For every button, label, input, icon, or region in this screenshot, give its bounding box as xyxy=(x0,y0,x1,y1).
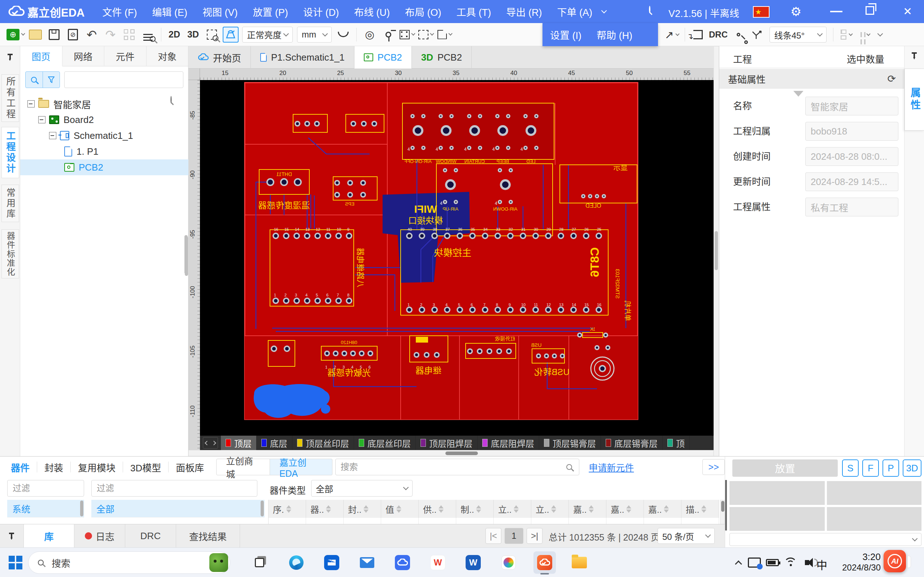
preview-variant-select[interactable] xyxy=(729,533,921,546)
bottom-pin-icon[interactable] xyxy=(11,533,12,538)
field-created-value[interactable]: 2024-08-28 08:0... xyxy=(805,147,898,166)
tab-components[interactable]: 元件 xyxy=(104,46,147,66)
collapse-triangle-icon[interactable] xyxy=(793,91,803,97)
clock[interactable]: 3:20 2024/8/30 xyxy=(841,551,881,573)
ime-indicator[interactable]: 中 xyxy=(816,556,827,572)
layer-scroll-arrows[interactable] xyxy=(203,437,218,449)
new-project-button[interactable]: ⊕ xyxy=(6,27,24,43)
menu-view[interactable]: 视图 (V) xyxy=(195,5,246,19)
lib-tab-footprints[interactable]: 封装 xyxy=(41,461,67,474)
save-button[interactable] xyxy=(46,27,62,43)
strip-tab-part-standard[interactable]: 器件标准化 xyxy=(2,229,19,279)
class-filter-input[interactable] xyxy=(7,480,84,496)
settings-gear-icon[interactable]: ⚙ xyxy=(790,4,801,19)
tab-sheets[interactable]: 图页 xyxy=(20,46,63,66)
photos-icon[interactable] xyxy=(500,554,517,571)
tab-schematic[interactable]: P1.Schematic1_1 xyxy=(251,46,354,69)
edge-browser-icon[interactable] xyxy=(288,554,305,571)
ai-collapse-handle[interactable] xyxy=(908,556,911,568)
jlceda-active-app[interactable] xyxy=(533,551,556,574)
pcb-canvas[interactable]: 4444444161514131211109123456784039383736… xyxy=(200,80,714,450)
store-icon[interactable] xyxy=(323,554,340,571)
col-jlc1[interactable]: 嘉.. xyxy=(569,500,606,518)
jlc-cloud-icon[interactable] xyxy=(394,554,411,571)
table-vscroll[interactable] xyxy=(720,500,725,524)
menu-layout[interactable]: 布局 (O) xyxy=(397,5,449,19)
route-tool-icon[interactable] xyxy=(730,27,746,43)
wps-icon[interactable]: W xyxy=(429,554,446,571)
save-all-button[interactable]: ⊘ xyxy=(65,27,81,43)
cursor-mode-icon[interactable]: ↗ xyxy=(664,27,680,43)
tree-node-pcb-selected[interactable]: PCB2 xyxy=(20,160,188,175)
toolbar-overflow-chevron[interactable] xyxy=(877,31,883,37)
layer-chip-bottom-silk[interactable]: 底层丝印层 xyxy=(354,436,416,450)
speaker-icon[interactable] xyxy=(798,554,816,571)
layer-chip-top-mask[interactable]: 顶层阻焊层 xyxy=(416,436,478,450)
find-similar-button[interactable] xyxy=(140,27,156,43)
field-visibility-value[interactable]: 私有工程 xyxy=(805,198,898,216)
tray-chevron-icon[interactable] xyxy=(730,554,747,571)
col-lcsc1[interactable]: 立.. xyxy=(494,500,531,518)
global-search-icon[interactable] xyxy=(649,6,650,13)
dock-pin-icon[interactable] xyxy=(10,54,11,59)
tree-filter-icon[interactable] xyxy=(43,72,60,88)
h-scrollbar-thumb[interactable] xyxy=(446,451,478,455)
subclass-filter-input[interactable] xyxy=(91,480,257,496)
library-search-icon[interactable] xyxy=(566,464,572,470)
menu-file[interactable]: 文件 (F) xyxy=(95,5,144,19)
layer-chip-bottom-mask[interactable]: 底层阻焊层 xyxy=(478,436,539,450)
tree-search-icon[interactable] xyxy=(26,72,43,88)
maximize-button[interactable] xyxy=(866,6,874,15)
col-index[interactable]: 序. xyxy=(268,500,306,518)
menu-export[interactable]: 导出 (R) xyxy=(498,5,549,19)
panel-resize-handle[interactable] xyxy=(725,480,727,530)
refresh-icon[interactable]: ⟳ xyxy=(888,73,896,85)
preview-p-button[interactable]: P xyxy=(882,459,899,477)
layer-chip-top[interactable]: 顶层 xyxy=(221,436,257,450)
h-scrollbar-track[interactable] xyxy=(188,450,714,456)
view-3d-button[interactable]: 3D xyxy=(185,27,201,43)
cast-display-icon[interactable] xyxy=(746,554,763,571)
lib-tab-panels[interactable]: 面板库 xyxy=(172,461,208,474)
redo-button[interactable]: ↷ xyxy=(102,27,118,43)
tab-pcb2-3d[interactable]: 3D PCB2 xyxy=(412,46,472,69)
solid-region-tool-icon[interactable] xyxy=(437,27,452,43)
dock-tab-log[interactable]: 日志 xyxy=(74,524,125,548)
expand-panel-button[interactable]: >> xyxy=(703,459,725,475)
menu-place[interactable]: 放置 (P) xyxy=(245,5,296,19)
tab-nets[interactable]: 网络 xyxy=(63,46,105,66)
strip-tab-project-design[interactable]: 工程设计 xyxy=(2,127,19,178)
wifi-icon[interactable] xyxy=(782,554,799,571)
field-name-value[interactable]: 智能家居 xyxy=(805,97,898,115)
layer-chip-bottom[interactable]: 底层 xyxy=(257,436,292,450)
tree-node-page[interactable]: 1. P1 xyxy=(20,143,188,160)
menu-overflow-chevron-icon[interactable] xyxy=(601,8,607,14)
strip-tab-common-lib[interactable]: 常用库 xyxy=(2,185,19,222)
import-changes-icon[interactable]: ↴ xyxy=(690,27,706,43)
tab-objects[interactable]: 对象 xyxy=(147,46,188,66)
mail-icon[interactable] xyxy=(359,554,376,571)
layer-chip-top-silk[interactable]: 顶层丝印层 xyxy=(292,436,354,450)
col-jlc2[interactable]: 嘉.. xyxy=(606,500,644,518)
library-search-input[interactable] xyxy=(335,459,580,475)
word-icon[interactable]: W xyxy=(465,554,482,571)
menu-tools[interactable]: 工具 (T) xyxy=(449,5,498,19)
source-lcsc-mall[interactable]: 立创商城 xyxy=(216,459,270,475)
menu-design[interactable]: 设计 (D) xyxy=(296,5,347,19)
tree-filter-input[interactable] xyxy=(64,71,183,88)
preview-3d-button[interactable]: 3D xyxy=(903,459,921,477)
lib-tab-modules[interactable]: 复用模块 xyxy=(74,461,119,474)
place-button-disabled[interactable]: 放置 xyxy=(732,459,838,477)
dock-tab-library-active[interactable]: 库 xyxy=(23,524,74,548)
open-folder-button[interactable] xyxy=(27,27,43,43)
layer-eye-button[interactable] xyxy=(335,27,351,43)
first-page-button[interactable]: |< xyxy=(485,528,501,544)
col-mfr[interactable]: 制.. xyxy=(456,500,494,518)
align-tool-icon[interactable] xyxy=(838,27,855,43)
minimize-button[interactable] xyxy=(830,11,842,12)
expander-icon[interactable] xyxy=(27,100,35,108)
expander-icon[interactable] xyxy=(49,132,56,139)
layer-chip-clipped[interactable]: 顶 xyxy=(663,436,690,450)
menu-route[interactable]: 布线 (U) xyxy=(347,5,397,19)
dock-tab-search-results[interactable]: 查找结果 xyxy=(176,524,240,548)
